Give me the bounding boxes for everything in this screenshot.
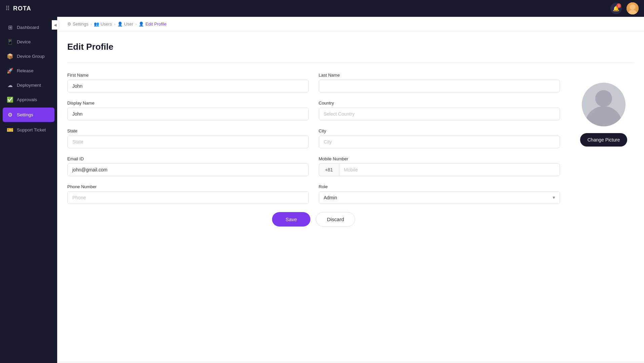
- mobile-input[interactable]: [339, 163, 560, 176]
- topbar-right: 🔔 3: [610, 2, 639, 14]
- city-group: City: [319, 128, 560, 148]
- sidebar-toggle[interactable]: ◀: [52, 20, 59, 30]
- sidebar-label-device-group: Device Group: [17, 54, 45, 59]
- sidebar-item-device-group[interactable]: 📦 Device Group: [0, 49, 57, 64]
- email-label: Email ID: [67, 156, 309, 161]
- display-name-label: Display Name: [67, 100, 309, 106]
- breadcrumb-users-label: Users: [101, 22, 112, 27]
- phone-label: Phone Number: [67, 184, 309, 189]
- sidebar-label-approvals: Approvals: [17, 97, 37, 102]
- release-icon: 🚀: [7, 68, 13, 74]
- page-title: Edit Profile: [67, 42, 634, 52]
- phone-input[interactable]: [67, 191, 309, 204]
- last-name-label: Last Name: [319, 73, 560, 78]
- users-breadcrumb-icon: 👥: [94, 22, 99, 27]
- sidebar-label-device: Device: [17, 39, 31, 44]
- sidebar-label-deployment: Deployment: [17, 83, 41, 88]
- form-left: First Name Last Name Display Name: [67, 73, 560, 227]
- notification-badge: 3: [616, 3, 621, 8]
- display-name-input[interactable]: [67, 108, 309, 120]
- form-actions: Save Discard: [67, 212, 560, 227]
- chevron-left-icon: ◀: [54, 23, 56, 27]
- breadcrumb-settings[interactable]: ⚙ Settings: [67, 22, 88, 27]
- role-label: Role: [319, 184, 560, 189]
- row-display-country: Display Name Country: [67, 100, 560, 120]
- role-select[interactable]: Admin User Manager Viewer: [319, 191, 560, 204]
- mobile-group: Mobile Number +81: [319, 156, 560, 176]
- last-name-input[interactable]: [319, 80, 560, 92]
- sidebar-item-release[interactable]: 🚀 Release: [0, 64, 57, 78]
- main-content: ⚙ Settings › 👥 Users › 👤 User › 👤 Edit P…: [57, 17, 644, 363]
- user-avatar[interactable]: [627, 2, 639, 14]
- breadcrumb-users[interactable]: 👥 Users: [94, 22, 112, 27]
- email-input[interactable]: [67, 163, 309, 176]
- sidebar-item-settings[interactable]: ⚙ Settings: [3, 108, 54, 122]
- breadcrumb-sep-1: ›: [90, 22, 92, 27]
- form-container: First Name Last Name Display Name: [67, 73, 634, 227]
- sidebar-item-support-ticket[interactable]: 🎫 Support Ticket: [0, 123, 57, 137]
- change-picture-button[interactable]: Change Picture: [580, 133, 628, 147]
- sidebar-label-dashboard: Dashboard: [17, 25, 39, 30]
- sidebar-item-deployment[interactable]: ☁ Deployment: [0, 78, 57, 92]
- discard-button[interactable]: Discard: [316, 212, 355, 227]
- country-input[interactable]: [319, 108, 560, 120]
- support-icon: 🎫: [7, 127, 13, 133]
- sidebar-item-device[interactable]: 📱 Device: [0, 35, 57, 49]
- settings-icon: ⚙: [7, 112, 13, 118]
- row-phone-role: Phone Number Role Admin User Manager Vie…: [67, 184, 560, 204]
- breadcrumb-user[interactable]: 👤 User: [117, 22, 133, 27]
- dashboard-icon: ⊞: [7, 24, 13, 31]
- sidebar-label-support: Support Ticket: [17, 127, 46, 132]
- device-group-icon: 📦: [7, 53, 13, 59]
- state-input[interactable]: [67, 135, 309, 148]
- deployment-icon: ☁: [7, 82, 13, 88]
- breadcrumb: ⚙ Settings › 👥 Users › 👤 User › 👤 Edit P…: [57, 17, 644, 32]
- city-input[interactable]: [319, 135, 560, 148]
- role-select-wrapper: Admin User Manager Viewer ▼: [319, 191, 560, 204]
- country-group: Country: [319, 100, 560, 120]
- first-name-group: First Name: [67, 73, 309, 92]
- mobile-phone-group: +81: [319, 163, 560, 176]
- edit-profile-breadcrumb-icon: 👤: [139, 22, 144, 27]
- grid-icon[interactable]: ⠿: [5, 5, 10, 12]
- sidebar-item-approvals[interactable]: ✅ Approvals: [0, 92, 57, 107]
- role-group: Role Admin User Manager Viewer ▼: [319, 184, 560, 204]
- settings-breadcrumb-icon: ⚙: [67, 22, 71, 27]
- display-name-group: Display Name: [67, 100, 309, 120]
- profile-picture-section: Change Picture: [573, 73, 634, 227]
- email-group: Email ID: [67, 156, 309, 176]
- approvals-icon: ✅: [7, 96, 13, 103]
- first-name-input[interactable]: [67, 80, 309, 92]
- topbar-left: ⠿ ROTA: [5, 5, 31, 12]
- row-state-city: State City: [67, 128, 560, 148]
- last-name-group: Last Name: [319, 73, 560, 92]
- state-group: State: [67, 128, 309, 148]
- avatar-body: [585, 106, 622, 126]
- city-label: City: [319, 128, 560, 133]
- breadcrumb-sep-2: ›: [114, 22, 115, 27]
- row-name: First Name Last Name: [67, 73, 560, 92]
- sidebar-item-dashboard[interactable]: ⊞ Dashboard: [0, 20, 57, 35]
- mobile-label: Mobile Number: [319, 156, 560, 161]
- phone-group: Phone Number: [67, 184, 309, 204]
- section-divider: [67, 62, 634, 63]
- breadcrumb-sep-3: ›: [135, 22, 137, 27]
- breadcrumb-settings-label: Settings: [73, 22, 88, 27]
- sidebar-label-release: Release: [17, 68, 34, 73]
- breadcrumb-edit-profile: 👤 Edit Profile: [139, 22, 166, 27]
- profile-avatar: [582, 83, 626, 126]
- sidebar: ⊞ Dashboard 📱 Device 📦 Device Group 🚀 Re…: [0, 17, 57, 363]
- topbar: ⠿ ROTA 🔔 3: [0, 0, 644, 17]
- row-email-mobile: Email ID Mobile Number +81: [67, 156, 560, 176]
- save-button[interactable]: Save: [272, 212, 310, 227]
- app-logo: ROTA: [13, 5, 31, 12]
- notification-button[interactable]: 🔔 3: [610, 3, 622, 14]
- country-label: Country: [319, 100, 560, 106]
- mobile-prefix: +81: [319, 163, 339, 176]
- sidebar-label-settings: Settings: [17, 112, 33, 117]
- avatar-head: [595, 90, 612, 107]
- state-label: State: [67, 128, 309, 133]
- breadcrumb-edit-profile-label: Edit Profile: [145, 22, 166, 27]
- first-name-label: First Name: [67, 73, 309, 78]
- page-content: Edit Profile First Name Last Name: [57, 32, 644, 361]
